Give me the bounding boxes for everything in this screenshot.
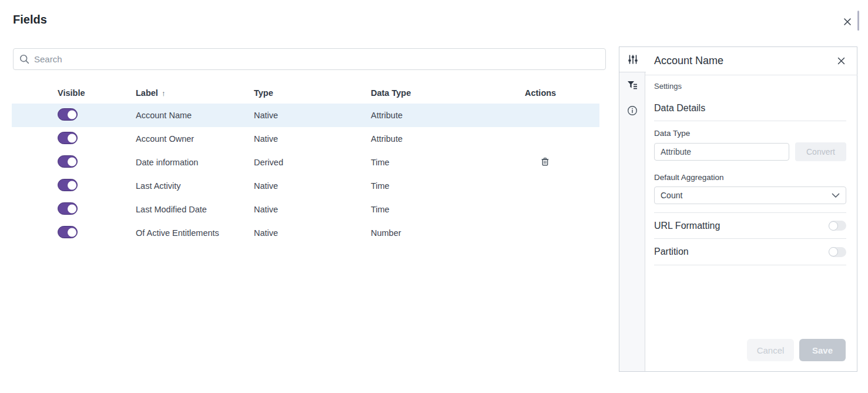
row-data-type: Attribute (371, 134, 525, 144)
row-label: Account Name (136, 111, 254, 120)
panel-tab-rail (619, 47, 645, 371)
url-formatting-row: URL Formatting (654, 212, 846, 239)
row-label: Last Activity (136, 181, 254, 191)
table-header-row: Visible Label↑ Type Data Type Actions (12, 82, 599, 104)
row-type: Native (254, 228, 371, 238)
visible-toggle[interactable] (58, 226, 78, 238)
row-data-type: Time (371, 181, 525, 191)
row-data-type: Time (371, 205, 525, 214)
panel-close-button[interactable] (835, 55, 847, 67)
row-label: Date information (136, 158, 254, 167)
tab-filter[interactable] (619, 72, 645, 98)
panel-title: Account Name (654, 55, 723, 67)
table-row-last-activity[interactable]: Last Activity Native Time (12, 174, 599, 198)
row-data-type: Time (371, 158, 525, 167)
table-row-of-active-entitlements[interactable]: Of Active Entitlements Native Number (12, 221, 599, 245)
cancel-button[interactable]: Cancel (747, 339, 794, 361)
row-label: Account Owner (136, 134, 254, 144)
data-type-label: Data Type (654, 129, 846, 138)
row-type: Derived (254, 158, 371, 167)
column-header-visible: Visible (12, 88, 136, 98)
table-row-account-owner[interactable]: Account Owner Native Attribute (12, 127, 599, 151)
sort-asc-icon: ↑ (162, 89, 166, 98)
search-input[interactable] (34, 54, 599, 64)
url-formatting-toggle[interactable] (829, 221, 846, 231)
dialog-close-button[interactable] (841, 15, 854, 28)
table-row-date-information[interactable]: Date information Derived Time (12, 151, 599, 174)
data-type-input[interactable] (654, 143, 789, 161)
panel-subtitle: Settings (654, 82, 846, 91)
default-aggregation-label: Default Aggregation (654, 173, 846, 182)
panel-header: Account Name (645, 47, 857, 75)
delete-field-button[interactable] (540, 156, 550, 167)
url-formatting-label: URL Formatting (654, 221, 720, 231)
page-title: Fields (13, 13, 47, 26)
tab-info[interactable] (619, 98, 645, 123)
row-type: Native (254, 205, 371, 214)
chevron-down-icon (832, 193, 840, 198)
selected-aggregation-value: Count (661, 191, 682, 200)
visible-toggle[interactable] (58, 132, 78, 144)
visible-toggle[interactable] (58, 202, 78, 215)
visible-toggle[interactable] (58, 179, 78, 191)
section-heading: Data Details (654, 103, 846, 114)
row-data-type: Attribute (371, 111, 525, 120)
sliders-icon (628, 54, 638, 65)
table-row-account-name[interactable]: Account Name Native Attribute (12, 104, 599, 127)
search-icon (19, 54, 29, 64)
row-type: Native (254, 134, 371, 144)
column-header-type: Type (254, 88, 371, 98)
column-header-label[interactable]: Label↑ (136, 88, 254, 98)
info-icon (627, 105, 638, 116)
close-icon (843, 17, 852, 26)
panel-content: Account Name Settings Data Details Data … (645, 47, 857, 371)
field-settings-panel: Account Name Settings Data Details Data … (619, 46, 857, 372)
default-aggregation-select[interactable]: Count (654, 186, 846, 204)
trash-icon (540, 156, 550, 167)
data-details-section-header: Data Details (654, 103, 846, 121)
column-header-label-text: Label (136, 88, 158, 98)
partition-label: Partition (654, 247, 689, 257)
row-label: Last Modified Date (136, 205, 254, 214)
fields-table: Visible Label↑ Type Data Type Actions Ac… (12, 82, 599, 245)
visible-toggle[interactable] (58, 108, 78, 121)
filter-icon (627, 81, 638, 90)
partition-row: Partition (654, 239, 846, 265)
table-row-last-modified-date[interactable]: Last Modified Date Native Time (12, 198, 599, 221)
tab-settings[interactable] (619, 47, 646, 72)
row-label: Of Active Entitlements (136, 228, 254, 238)
column-header-data-type: Data Type (371, 88, 525, 98)
save-button[interactable]: Save (799, 339, 846, 361)
convert-button[interactable]: Convert (795, 142, 846, 161)
scrollbar-thumb[interactable] (857, 11, 859, 31)
row-data-type: Number (371, 228, 525, 238)
close-icon (837, 57, 845, 65)
row-type: Native (254, 181, 371, 191)
column-header-actions: Actions (525, 88, 599, 98)
search-box (13, 48, 606, 70)
visible-toggle[interactable] (58, 155, 78, 168)
row-type: Native (254, 111, 371, 120)
partition-toggle[interactable] (829, 247, 846, 257)
